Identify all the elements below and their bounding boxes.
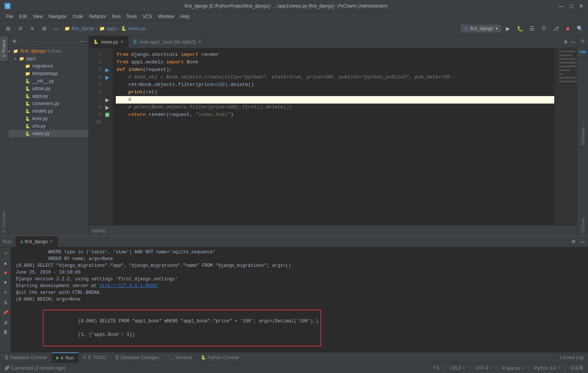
- menu-help[interactable]: Help: [177, 14, 193, 19]
- toolbar-refresh-btn[interactable]: ↺: [15, 23, 25, 34]
- code-line-1: from django.shortcuts import render: [116, 51, 554, 59]
- breadcrumb-file-label[interactable]: views.py: [128, 26, 145, 31]
- bottom-tab-db-changes[interactable]: 🗄 Database Changes: [111, 352, 164, 363]
- toolbar-search-btn[interactable]: 🔍: [575, 23, 585, 34]
- project-panel-header: ⚙ —: [8, 36, 88, 47]
- status-encoding[interactable]: UTF-8 ÷: [475, 365, 492, 371]
- run-rerun-btn[interactable]: ↺: [1, 249, 10, 258]
- tree-root[interactable]: ▾ 📁 first_django E:\Pyth...: [8, 47, 88, 55]
- bottom-tab-run[interactable]: ▶ 4: Run: [52, 352, 78, 363]
- run-clear-btn[interactable]: 🗑: [1, 328, 10, 337]
- tree-migrations[interactable]: › 📁 migrations: [8, 62, 88, 70]
- run-softrap-btn[interactable]: ≡: [1, 288, 10, 297]
- tree-app1[interactable]: ▾ 📁 app1: [8, 55, 88, 62]
- run-scroll-down-btn[interactable]: ▼: [1, 278, 10, 287]
- run-stop-btn[interactable]: ■: [1, 268, 10, 277]
- bottom-tab-python-console[interactable]: 🐍 Python Console: [196, 352, 244, 363]
- run-settings-btn[interactable]: ⚙: [569, 238, 578, 246]
- run-tab-close[interactable]: ✕: [49, 239, 53, 244]
- project-panel: ⚙ — ▾ 📁 first_django E:\Pyth... ▾ 📁 app1: [8, 36, 89, 236]
- editor-settings-btn[interactable]: ⚙: [562, 38, 569, 46]
- tab-db-sqlite3[interactable]: 🗄 main.app1_book [db.sqlite3] ✕: [129, 36, 206, 48]
- tree-apps-label: apps.py: [32, 93, 48, 99]
- right-sciview-tab[interactable]: SciView: [577, 215, 588, 236]
- code-content[interactable]: from django.shortcuts import render from…: [113, 48, 554, 225]
- right-database-tab[interactable]: Database: [577, 57, 588, 215]
- close-button[interactable]: ✕: [579, 3, 584, 9]
- run-filter-btn[interactable]: ⇅: [1, 298, 10, 307]
- toolbar-vcs-btn[interactable]: ⎇: [551, 23, 561, 34]
- breadcrumb-project-label[interactable]: first_django: [72, 26, 95, 31]
- status-sep2: |: [470, 365, 471, 371]
- toolbar-profile-btn[interactable]: ⏱: [539, 23, 549, 34]
- menu-view[interactable]: View: [30, 14, 46, 19]
- toolbar-collapse-btn[interactable]: ≡: [27, 23, 37, 34]
- toolbar-build-btn[interactable]: ▶: [503, 23, 513, 34]
- menu-vcs[interactable]: VCS: [140, 14, 155, 19]
- bottom-tab-db-console[interactable]: 🗄 Database Console: [0, 352, 52, 363]
- project-tab[interactable]: 1: Project: [0, 36, 8, 61]
- tree-init[interactable]: › 🐍 __init__.py: [8, 77, 88, 85]
- tree-views[interactable]: › 🐍 views.py: [8, 130, 88, 137]
- templatetags-icon: 📁: [25, 71, 31, 77]
- menu-code[interactable]: Code: [69, 14, 86, 19]
- menu-refactor[interactable]: Refactor: [86, 14, 109, 19]
- toolbar-right: dj first_django ▾ ▶ 🐛 ☰ ⏱ ⎇ ■ 🔍: [461, 23, 585, 34]
- run-minimize-btn[interactable]: —: [578, 238, 587, 246]
- minimize-button[interactable]: —: [559, 3, 564, 9]
- breadcrumb-project[interactable]: 📁: [64, 26, 70, 31]
- tree-admin[interactable]: › 🐍 admin.py: [8, 85, 88, 92]
- menu-tools[interactable]: Tools: [123, 14, 140, 19]
- urls-icon: 🐍: [25, 123, 31, 129]
- tree-tests[interactable]: › 🐍 tests.py: [8, 115, 88, 122]
- db-tab-close[interactable]: ✕: [198, 39, 201, 44]
- menu-window[interactable]: Window: [155, 14, 177, 19]
- status-python[interactable]: Python 3.6 ÷: [534, 365, 560, 371]
- code-editor[interactable]: 1 2 3 4 5 6 7 8 9 10 ▶: [89, 48, 577, 225]
- menu-navigate[interactable]: Navigate: [46, 14, 69, 19]
- tree-templatetags[interactable]: › 📁 templatetags: [8, 70, 88, 77]
- run-tab-first-django[interactable]: dj first_django ✕: [15, 236, 58, 247]
- menu-file[interactable]: File: [3, 14, 16, 19]
- status-line-ending[interactable]: CRLF ÷: [449, 365, 465, 371]
- tree-apps[interactable]: › 🐍 apps.py: [8, 92, 88, 100]
- dev-server-link[interactable]: http://127.0.0.1:8000/: [99, 283, 159, 289]
- project-selector[interactable]: dj first_django ▾: [461, 25, 501, 32]
- panel-settings-btn[interactable]: ⚙: [10, 38, 18, 45]
- toolbar-debug-btn[interactable]: 🐛: [515, 23, 525, 34]
- tree-app1-label: app1: [26, 56, 36, 61]
- tab-views-py[interactable]: 🐍 views.py ✕: [89, 36, 129, 48]
- tree-models-label: models.py: [32, 108, 53, 114]
- run-pin-btn[interactable]: 📌: [1, 308, 10, 317]
- window-controls[interactable]: — □ ✕: [559, 3, 584, 9]
- views-tab-close[interactable]: ✕: [120, 39, 124, 44]
- breadcrumb-module-label[interactable]: app1: [106, 26, 117, 31]
- event-log-label[interactable]: Event Log: [563, 355, 584, 360]
- favorites-tab[interactable]: 2: Favorites: [0, 207, 8, 236]
- status-yiyuansu[interactable]: 亿远素: [570, 365, 584, 371]
- editor-hide-btn[interactable]: —: [569, 38, 577, 46]
- maximize-button[interactable]: □: [570, 3, 573, 9]
- toolbar-stop-btn[interactable]: ■: [563, 23, 573, 34]
- menu-run[interactable]: Run: [109, 14, 123, 19]
- tree-models[interactable]: › 🐍 models.py: [8, 107, 88, 115]
- tree-views-label: views.py: [32, 131, 49, 136]
- status-indent[interactable]: 4 spaces ÷: [502, 365, 524, 371]
- toolbar-coverage-btn[interactable]: ☰: [527, 23, 537, 34]
- run-print-btn[interactable]: 🖨: [1, 318, 10, 327]
- toolbar-project-btn[interactable]: ⊞: [3, 23, 13, 34]
- code-line-6: print(ret): [116, 89, 554, 96]
- bottom-tab-terminal[interactable]: ⬛ Terminal: [163, 352, 196, 363]
- bottom-tab-todo[interactable]: ☰ 6: TODO: [78, 352, 111, 363]
- status-sep4: |: [529, 365, 530, 371]
- panel-collapse-btn[interactable]: —: [79, 38, 86, 45]
- toolbar-settings-btn[interactable]: ⚙: [39, 23, 49, 34]
- status-position[interactable]: 7:6: [433, 365, 440, 371]
- toolbar-hide-btn[interactable]: —: [51, 23, 61, 34]
- tree-converters[interactable]: › 🐍 converters.py: [8, 100, 88, 107]
- run-scroll-up-btn[interactable]: ▲: [1, 259, 10, 268]
- tree-urls[interactable]: › 🐍 urls.py: [8, 122, 88, 130]
- menu-edit[interactable]: Edit: [16, 14, 30, 19]
- right-expand-icon[interactable]: ⊞: [581, 39, 584, 44]
- tree-templatetags-label: templatetags: [32, 71, 58, 76]
